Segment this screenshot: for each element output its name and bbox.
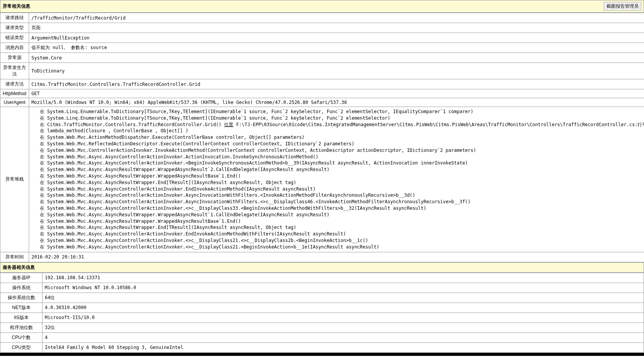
value-iis-version: Microsoft-IIS/10.0 bbox=[43, 313, 644, 323]
value-os-bits: 64位 bbox=[43, 293, 644, 303]
label-user-agent: UserAgent bbox=[0, 98, 29, 107]
table-row: NET版本 4.0.30319.42000 bbox=[0, 303, 644, 313]
label-server-ip: 服务器IP bbox=[0, 273, 43, 283]
table-row: 程序池位数 32位 bbox=[0, 323, 644, 332]
table-row: UserAgent Mozilla/5.0 (Windows NT 10.0; … bbox=[0, 98, 644, 107]
label-message: 消息内容 bbox=[0, 43, 29, 53]
label-method: 异常发生方法 bbox=[0, 63, 29, 79]
table-row: 异常时间 2016-02-20 20:16:31 bbox=[0, 252, 644, 262]
server-section-header: 服务器相关信息 bbox=[0, 262, 644, 273]
exception-section-header: 异常相关信息 截图报告管理员 bbox=[0, 0, 644, 13]
table-row: IIS版本 Microsoft-IIS/10.0 bbox=[0, 313, 644, 323]
table-row: 错误类型 ArgumentNullException bbox=[0, 33, 644, 43]
table-row: 请求路径 /TrafficMonitor/TrafficRecord/Grid bbox=[0, 13, 644, 23]
label-request-method: 请求方法 bbox=[0, 79, 29, 89]
value-net-version: 4.0.30319.42000 bbox=[43, 303, 644, 313]
label-os-bits: 操作系统位数 bbox=[0, 293, 43, 303]
label-request-type: 请求类型 bbox=[0, 23, 29, 33]
value-cpu-count: 4 bbox=[43, 332, 644, 342]
label-request-path: 请求路径 bbox=[0, 13, 29, 23]
server-table: 服务器IP 192.168.108.54:13371 操作系统 Microsof… bbox=[0, 273, 644, 353]
label-cpu-count: CPU个数 bbox=[0, 332, 43, 342]
label-stack-trace: 异常堆栈 bbox=[0, 107, 29, 252]
value-request-method: Citms.TrafficMonitor.Controllers.Traffic… bbox=[29, 79, 644, 89]
label-error-type: 错误类型 bbox=[0, 33, 29, 43]
table-row: 异常堆栈 在 System.Linq.Enumerable.ToDictiona… bbox=[0, 107, 644, 252]
table-row: 操作系统 Microsoft Windows NT 10.0.10586.0 bbox=[0, 283, 644, 293]
value-method: ToDictionary bbox=[29, 63, 644, 79]
stack-location-link[interactable]: 位置 bbox=[224, 122, 233, 127]
table-row: 异常发生方法 ToDictionary bbox=[0, 63, 644, 79]
label-cpu-type: CPU类型 bbox=[0, 342, 43, 352]
value-os: Microsoft Windows NT 10.0.10586.0 bbox=[43, 283, 644, 293]
label-app-pool-bits: 程序池位数 bbox=[0, 323, 43, 332]
exception-section-title: 异常相关信息 bbox=[3, 3, 30, 10]
value-http-method: GET bbox=[29, 89, 644, 98]
value-cpu-type: Intel64 Family 6 Model 60 Stepping 3, Ge… bbox=[43, 342, 644, 352]
bottom-bar bbox=[0, 353, 644, 356]
label-source: 异常源 bbox=[0, 53, 29, 63]
table-row: 异常源 System.Core bbox=[0, 53, 644, 63]
table-row: CPU类型 Intel64 Family 6 Model 60 Stepping… bbox=[0, 342, 644, 352]
value-user-agent: Mozilla/5.0 (Windows NT 10.0; Win64; x64… bbox=[29, 98, 644, 107]
value-app-pool-bits: 32位 bbox=[43, 323, 644, 332]
server-section-title: 服务器相关信息 bbox=[3, 264, 35, 271]
table-row: 服务器IP 192.168.108.54:13371 bbox=[0, 273, 644, 283]
table-row: 消息内容 值不能为 null。 参数名: source bbox=[0, 43, 644, 53]
value-server-ip: 192.168.108.54:13371 bbox=[43, 273, 644, 283]
value-message: 值不能为 null。 参数名: source bbox=[29, 43, 644, 53]
stack-post: F:\TJ-EPP\03Source\01code\Citms.Integrat… bbox=[31, 122, 644, 250]
label-net-version: NET版本 bbox=[0, 303, 43, 313]
table-row: CPU个数 4 bbox=[0, 332, 644, 342]
value-request-path: /TrafficMonitor/TrafficRecord/Grid bbox=[29, 13, 644, 23]
label-os: 操作系统 bbox=[0, 283, 43, 293]
exception-table: 请求路径 /TrafficMonitor/TrafficRecord/Grid … bbox=[0, 13, 644, 262]
value-source: System.Core bbox=[29, 53, 644, 63]
value-time: 2016-02-20 20:16:31 bbox=[29, 252, 644, 262]
value-request-type: 页面 bbox=[29, 23, 644, 33]
screenshot-report-button[interactable]: 截图报告管理员 bbox=[604, 2, 641, 11]
label-http-method: HttpMethod bbox=[0, 89, 29, 98]
table-row: 请求类型 页面 bbox=[0, 23, 644, 33]
value-stack-trace: 在 System.Linq.Enumerable.ToDictionary[TS… bbox=[29, 107, 644, 252]
value-error-type: ArgumentNullException bbox=[29, 33, 644, 43]
label-iis-version: IIS版本 bbox=[0, 313, 43, 323]
table-row: 请求方法 Citms.TrafficMonitor.Controllers.Tr… bbox=[0, 79, 644, 89]
table-row: 操作系统位数 64位 bbox=[0, 293, 644, 303]
label-time: 异常时间 bbox=[0, 252, 29, 262]
table-row: HttpMethod GET bbox=[0, 89, 644, 98]
